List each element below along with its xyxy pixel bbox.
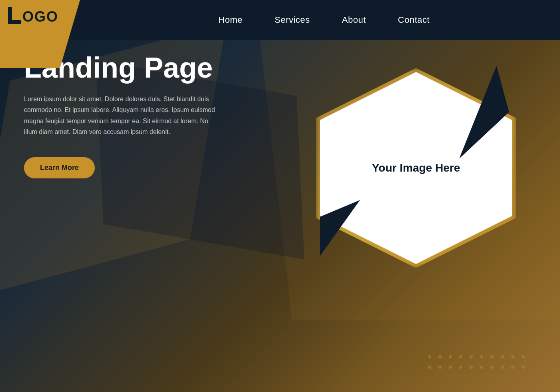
logo-text: OGO: [22, 10, 58, 24]
dot-19: [511, 366, 514, 369]
dot-14: [459, 366, 462, 369]
nav-links: Home Services About Contact: [88, 15, 560, 25]
learn-more-button[interactable]: Learn More: [24, 157, 95, 178]
dot-10: [522, 355, 525, 358]
dot-7: [490, 355, 494, 358]
hex-image-placeholder: Your Image Here: [372, 162, 460, 174]
dot-13: [449, 366, 452, 369]
logo-l-icon: [8, 7, 21, 24]
hexagon-container: Your Image Here: [304, 52, 528, 284]
nav-services[interactable]: Services: [275, 15, 310, 25]
hero-content: Landing Page Lorem ipsum dolor sit amet.…: [24, 52, 244, 178]
hero-description: Lorem ipsum dolor sit amet. Dolore dolor…: [24, 94, 216, 137]
dot-1: [428, 355, 431, 358]
hexagon-outer: Your Image Here: [312, 64, 520, 272]
nav-contact[interactable]: Contact: [398, 15, 430, 25]
dot-15: [470, 366, 473, 369]
dot-4: [459, 355, 462, 358]
navbar: OGO Home Services About Contact: [0, 0, 560, 40]
dot-12: [438, 366, 442, 369]
dot-5: [470, 355, 473, 358]
dot-6: [480, 355, 483, 358]
nav-about[interactable]: About: [342, 15, 366, 25]
dot-11: [428, 366, 431, 369]
dot-3: [449, 355, 452, 358]
dot-16: [480, 366, 483, 369]
dot-8: [501, 355, 504, 358]
dot-2: [438, 355, 442, 358]
nav-home[interactable]: Home: [218, 15, 243, 25]
dot-9: [511, 355, 514, 358]
dot-20: [522, 366, 525, 369]
dot-18: [501, 366, 504, 369]
dots-decoration: [428, 355, 528, 372]
dot-17: [490, 366, 494, 369]
logo-container: OGO: [8, 7, 58, 24]
